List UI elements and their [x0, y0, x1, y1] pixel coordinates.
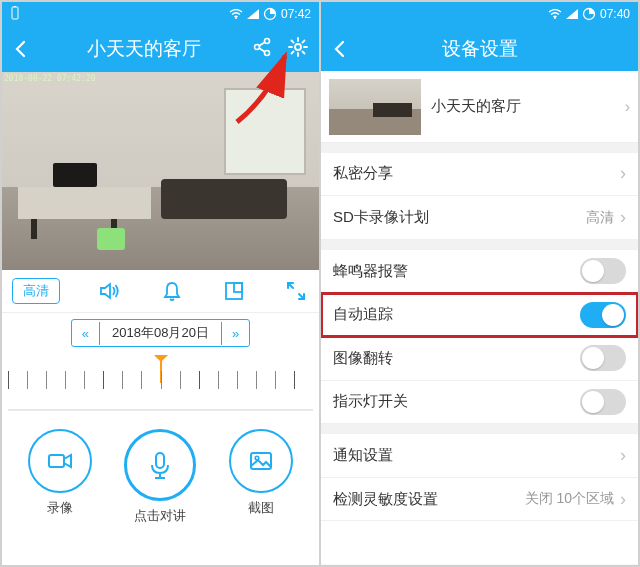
setting-buzzer[interactable]: 蜂鸣器报警: [321, 250, 638, 294]
setting-label: SD卡录像计划: [333, 208, 586, 227]
svg-rect-9: [234, 283, 242, 292]
record-button[interactable]: 录像: [28, 429, 92, 525]
setting-auto-track[interactable]: 自动追踪: [321, 293, 638, 337]
setting-label: 蜂鸣器报警: [333, 262, 580, 281]
toggle-switch[interactable]: [580, 389, 626, 415]
speaker-icon[interactable]: [96, 278, 122, 304]
bell-icon[interactable]: [159, 278, 185, 304]
signal-icon: [566, 9, 578, 19]
setting-value: 关闭 10个区域: [525, 490, 614, 508]
chevron-right-icon: ›: [620, 489, 626, 510]
toggle-switch[interactable]: [580, 345, 626, 371]
setting-private-share[interactable]: 私密分享 ›: [321, 153, 638, 197]
device-preview-row[interactable]: 小天天的客厅 ›: [321, 71, 638, 142]
multiview-icon[interactable]: [221, 278, 247, 304]
timeline-scrubber[interactable]: 00:00 01:00 02:00: [8, 355, 313, 411]
talk-label: 点击对讲: [134, 507, 186, 525]
svg-point-2: [235, 17, 237, 19]
back-button[interactable]: [331, 40, 355, 58]
status-bar: 07:42: [2, 2, 319, 26]
svg-point-14: [554, 17, 556, 19]
setting-notify[interactable]: 通知设置 ›: [321, 434, 638, 478]
setting-label: 自动追踪: [333, 305, 580, 324]
video-toolbar: 高清: [2, 270, 319, 313]
setting-label: 图像翻转: [333, 349, 580, 368]
setting-indicator[interactable]: 指示灯开关: [321, 381, 638, 425]
status-time: 07:40: [600, 7, 630, 21]
svg-rect-1: [14, 6, 16, 7]
setting-partial-row[interactable]: [321, 521, 638, 565]
chevron-right-icon: ›: [620, 207, 626, 228]
setting-label: 通知设置: [333, 446, 620, 465]
back-button[interactable]: [12, 40, 36, 58]
signal-icon: [247, 9, 259, 19]
date-value[interactable]: 2018年08月20日: [100, 320, 221, 346]
setting-flip[interactable]: 图像翻转: [321, 337, 638, 381]
screenshot-label: 截图: [248, 499, 274, 517]
svg-rect-0: [12, 7, 18, 19]
timeline-label: 02:00: [257, 407, 285, 411]
setting-value: 高清: [586, 209, 614, 227]
screenshot-button[interactable]: 截图: [229, 429, 293, 525]
date-prev-button[interactable]: «: [72, 322, 100, 345]
chevron-right-icon: ›: [620, 163, 626, 184]
status-bar: 07:40: [321, 2, 638, 26]
setting-sensitivity[interactable]: 检测灵敏度设置 关闭 10个区域 ›: [321, 478, 638, 522]
svg-rect-11: [156, 453, 164, 468]
timeline-label: 00:00: [49, 407, 77, 411]
header: 设备设置: [321, 26, 638, 72]
talk-button[interactable]: 点击对讲: [124, 429, 196, 525]
date-next-button[interactable]: »: [221, 322, 249, 345]
svg-rect-10: [49, 455, 64, 467]
setting-label: 检测灵敏度设置: [333, 490, 525, 509]
status-time: 07:42: [281, 7, 311, 21]
battery-icon: [582, 7, 596, 21]
quality-button[interactable]: 高清: [12, 278, 60, 304]
date-pager: « 2018年08月20日 »: [71, 319, 250, 347]
chevron-right-icon: ›: [620, 445, 626, 466]
svg-rect-12: [251, 453, 271, 469]
page-title: 设备设置: [355, 36, 604, 62]
setting-label: 指示灯开关: [333, 392, 580, 411]
chevron-right-icon: ›: [625, 98, 630, 116]
device-thumbnail: [329, 79, 421, 135]
timeline-label: 01:00: [153, 407, 181, 411]
record-label: 录像: [47, 499, 73, 517]
fullscreen-icon[interactable]: [283, 278, 309, 304]
annotation-arrow: [229, 46, 299, 126]
toggle-switch[interactable]: [580, 258, 626, 284]
device-name: 小天天的客厅: [431, 97, 615, 116]
video-timestamp: 2018-08-22 07:42:20: [4, 74, 96, 83]
wifi-icon: [548, 9, 562, 19]
wifi-icon: [229, 9, 243, 19]
page-title: 小天天的客厅: [36, 36, 251, 62]
setting-label: 私密分享: [333, 164, 620, 183]
battery-icon: [263, 7, 277, 21]
toggle-switch[interactable]: [580, 302, 626, 328]
setting-sd-plan[interactable]: SD卡录像计划 高清 ›: [321, 196, 638, 240]
